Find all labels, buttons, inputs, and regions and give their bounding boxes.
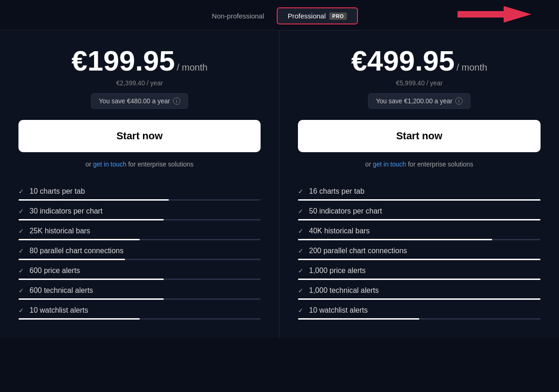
list-item: ✓ 10 watchlist alerts bbox=[298, 300, 541, 320]
check-icon: ✓ bbox=[298, 267, 303, 274]
right-enterprise-link[interactable]: get in touch bbox=[373, 160, 406, 168]
professional-label: Professional bbox=[288, 12, 326, 20]
right-feature-list: ✓ 16 charts per tab ✓ 50 indicators per … bbox=[298, 181, 541, 320]
right-price: €499.95/ month bbox=[298, 45, 541, 77]
check-icon: ✓ bbox=[298, 208, 303, 215]
progress-bar-container bbox=[18, 318, 261, 320]
right-start-button[interactable]: Start now bbox=[298, 120, 541, 152]
toggle-bar: Non-professional Professional PRO bbox=[0, 0, 559, 30]
feature-label: 10 watchlist alerts bbox=[309, 306, 368, 315]
feature-label: 25K historical bars bbox=[30, 227, 90, 235]
check-icon: ✓ bbox=[18, 188, 24, 195]
left-price: €199.95/ month bbox=[18, 45, 261, 77]
left-enterprise: or get in touch for enterprise solutions bbox=[18, 160, 261, 168]
plans-container: €199.95/ month €2,399.40 / year You save… bbox=[0, 30, 559, 338]
left-period: / month bbox=[177, 62, 208, 72]
check-icon: ✓ bbox=[18, 267, 24, 274]
list-item: ✓ 600 price alerts bbox=[18, 260, 261, 280]
list-item: ✓ 30 indicators per chart bbox=[18, 201, 261, 220]
list-item: ✓ 16 charts per tab bbox=[298, 181, 541, 201]
progress-bar-fill bbox=[18, 318, 140, 320]
left-price-section: €199.95/ month €2,399.40 / year You save… bbox=[18, 45, 261, 109]
check-icon: ✓ bbox=[18, 287, 24, 294]
list-item: ✓ 40K historical bars bbox=[298, 220, 541, 240]
right-price-section: €499.95/ month €5,999.40 / year You save… bbox=[298, 45, 541, 109]
list-item: ✓ 50 indicators per chart bbox=[298, 201, 541, 220]
pro-badge: PRO bbox=[329, 12, 346, 20]
feature-label: 1,000 price alerts bbox=[309, 267, 366, 275]
feature-label: 30 indicators per chart bbox=[30, 207, 102, 215]
list-item: ✓ 1,000 technical alerts bbox=[298, 280, 541, 300]
list-item: ✓ 600 technical alerts bbox=[18, 280, 261, 300]
feature-label: 16 charts per tab bbox=[309, 187, 364, 196]
left-yearly: €2,399.40 / year bbox=[18, 79, 261, 87]
left-feature-list: ✓ 10 charts per tab ✓ 30 indicators per … bbox=[18, 181, 261, 320]
right-savings-badge: You save €1,200.00 a year i bbox=[368, 93, 470, 109]
list-item: ✓ 10 charts per tab bbox=[18, 181, 261, 201]
right-info-icon[interactable]: i bbox=[455, 97, 463, 105]
check-icon: ✓ bbox=[18, 208, 24, 215]
check-icon: ✓ bbox=[298, 188, 303, 195]
list-item: ✓ 10 watchlist alerts bbox=[18, 300, 261, 320]
feature-label: 10 charts per tab bbox=[30, 187, 85, 196]
left-enterprise-link[interactable]: get in touch bbox=[93, 160, 126, 168]
list-item: ✓ 200 parallel chart connections bbox=[298, 240, 541, 260]
non-professional-toggle[interactable]: Non-professional bbox=[201, 8, 274, 24]
list-item: ✓ 25K historical bars bbox=[18, 220, 261, 240]
check-icon: ✓ bbox=[298, 287, 303, 294]
feature-label: 50 indicators per chart bbox=[309, 207, 382, 215]
left-start-button[interactable]: Start now bbox=[18, 120, 261, 152]
arrow-indicator bbox=[458, 5, 531, 25]
check-icon: ✓ bbox=[18, 227, 24, 235]
list-item: ✓ 1,000 price alerts bbox=[298, 260, 541, 280]
feature-label: 600 price alerts bbox=[30, 267, 80, 275]
professional-toggle[interactable]: Professional PRO bbox=[277, 7, 358, 24]
feature-label: 1,000 technical alerts bbox=[309, 286, 379, 295]
progress-bar-container bbox=[298, 318, 541, 320]
right-yearly: €5,999.40 / year bbox=[298, 79, 541, 87]
right-plan-card: €499.95/ month €5,999.40 / year You save… bbox=[280, 30, 559, 338]
feature-label: 200 parallel chart connections bbox=[309, 247, 407, 255]
left-info-icon[interactable]: i bbox=[173, 97, 180, 105]
left-savings-text: You save €480.00 a year bbox=[99, 97, 170, 105]
left-savings-badge: You save €480.00 a year i bbox=[91, 93, 188, 109]
check-icon: ✓ bbox=[18, 247, 24, 255]
right-enterprise: or get in touch for enterprise solutions bbox=[298, 160, 541, 168]
check-icon: ✓ bbox=[18, 307, 24, 314]
list-item: ✓ 80 parallel chart connections bbox=[18, 240, 261, 260]
right-savings-text: You save €1,200.00 a year bbox=[376, 97, 452, 105]
feature-label: 600 technical alerts bbox=[30, 286, 93, 295]
feature-label: 40K historical bars bbox=[309, 227, 370, 235]
right-period: / month bbox=[457, 62, 488, 72]
check-icon: ✓ bbox=[298, 227, 303, 235]
check-icon: ✓ bbox=[298, 247, 303, 255]
progress-bar-fill bbox=[298, 318, 419, 320]
left-plan-card: €199.95/ month €2,399.40 / year You save… bbox=[0, 30, 280, 338]
feature-label: 10 watchlist alerts bbox=[30, 306, 88, 315]
feature-label: 80 parallel chart connections bbox=[30, 247, 124, 255]
check-icon: ✓ bbox=[298, 307, 303, 314]
svg-marker-0 bbox=[458, 6, 531, 23]
